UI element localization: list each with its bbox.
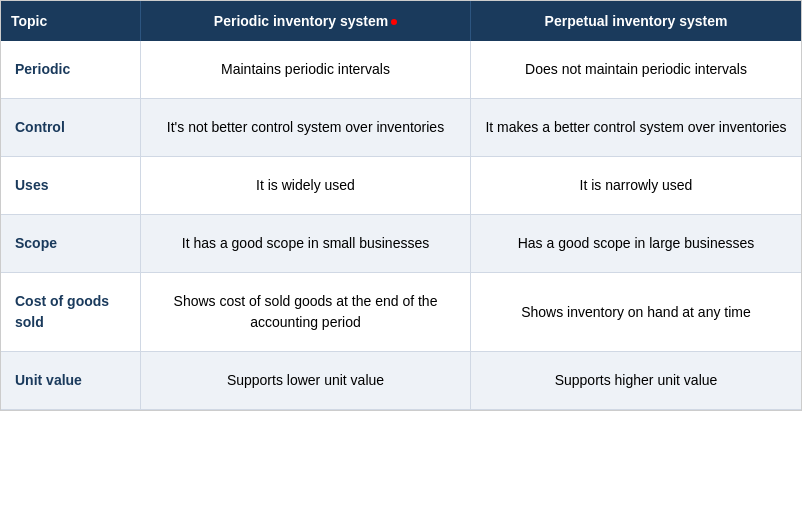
row-col3-unit: Supports higher unit value [471,352,801,409]
table-row: Scope It has a good scope in small busin… [1,215,801,273]
table-row: Control It's not better control system o… [1,99,801,157]
table-row: Cost of goods sold Shows cost of sold go… [1,273,801,352]
table-row: Unit value Supports lower unit value Sup… [1,352,801,410]
row-col3-control: It makes a better control system over in… [471,99,801,156]
header-perpetual: Perpetual inventory system [471,1,801,41]
row-topic-periodic: Periodic [1,41,141,98]
table-header: Topic Periodic inventory system Perpetua… [1,1,801,41]
row-topic-unit: Unit value [1,352,141,409]
row-col2-cogs: Shows cost of sold goods at the end of t… [141,273,471,351]
row-col3-cogs: Shows inventory on hand at any time [471,273,801,351]
header-topic: Topic [1,1,141,41]
row-topic-scope: Scope [1,215,141,272]
table-row: Periodic Maintains periodic intervals Do… [1,41,801,99]
row-col2-unit: Supports lower unit value [141,352,471,409]
header-periodic: Periodic inventory system [141,1,471,41]
row-topic-uses: Uses [1,157,141,214]
table-row: Uses It is widely used It is narrowly us… [1,157,801,215]
comparison-table: Topic Periodic inventory system Perpetua… [0,0,802,411]
row-topic-cogs: Cost of goods sold [1,273,141,351]
row-col2-control: It's not better control system over inve… [141,99,471,156]
row-col3-periodic: Does not maintain periodic intervals [471,41,801,98]
row-col2-uses: It is widely used [141,157,471,214]
row-col3-uses: It is narrowly used [471,157,801,214]
row-col2-periodic: Maintains periodic intervals [141,41,471,98]
red-dot-icon [391,19,397,25]
row-col3-scope: Has a good scope in large businesses [471,215,801,272]
row-topic-control: Control [1,99,141,156]
row-col2-scope: It has a good scope in small businesses [141,215,471,272]
